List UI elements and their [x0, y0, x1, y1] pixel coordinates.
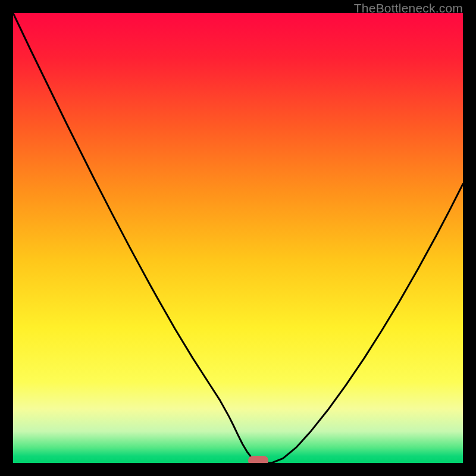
optimum-marker — [248, 456, 268, 463]
chart-background — [13, 13, 463, 463]
chart-container: TheBottleneck.com — [0, 0, 476, 476]
watermark-text: TheBottleneck.com — [354, 1, 463, 15]
bottleneck-chart — [13, 13, 463, 463]
